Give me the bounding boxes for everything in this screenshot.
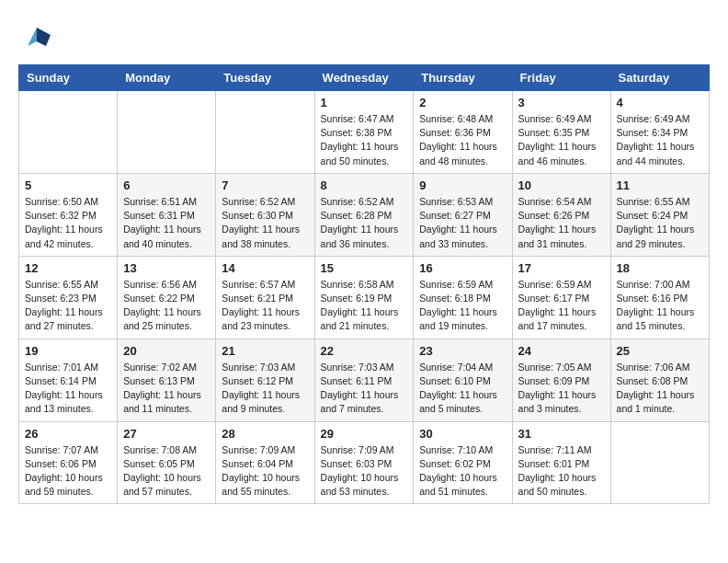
week-row-3: 12Sunrise: 6:55 AM Sunset: 6:23 PM Dayli…	[19, 256, 710, 339]
day-number: 7	[222, 178, 308, 192]
day-number: 21	[222, 344, 308, 358]
day-info: Sunrise: 6:55 AM Sunset: 6:23 PM Dayligh…	[25, 278, 111, 334]
day-info: Sunrise: 6:48 AM Sunset: 6:36 PM Dayligh…	[419, 112, 506, 168]
day-info: Sunrise: 7:09 AM Sunset: 6:03 PM Dayligh…	[321, 443, 408, 500]
calendar-cell: 4Sunrise: 6:49 AM Sunset: 6:34 PM Daylig…	[610, 91, 709, 174]
day-number: 30	[419, 427, 506, 441]
day-number: 22	[321, 344, 408, 358]
weekday-header-sunday: Sunday	[19, 65, 118, 91]
day-info: Sunrise: 6:47 AM Sunset: 6:38 PM Dayligh…	[321, 112, 408, 168]
svg-marker-1	[37, 28, 51, 46]
day-number: 11	[617, 178, 703, 192]
day-info: Sunrise: 7:11 AM Sunset: 6:01 PM Dayligh…	[518, 443, 605, 500]
day-number: 2	[419, 96, 506, 109]
day-number: 26	[25, 427, 111, 441]
day-number: 19	[25, 344, 111, 358]
day-info: Sunrise: 6:56 AM Sunset: 6:22 PM Dayligh…	[123, 278, 210, 334]
calendar-cell: 1Sunrise: 6:47 AM Sunset: 6:38 PM Daylig…	[314, 91, 414, 174]
day-info: Sunrise: 6:50 AM Sunset: 6:32 PM Dayligh…	[25, 195, 111, 251]
day-info: Sunrise: 7:05 AM Sunset: 6:09 PM Dayligh…	[518, 361, 605, 417]
day-info: Sunrise: 6:57 AM Sunset: 6:21 PM Dayligh…	[222, 278, 308, 334]
day-number: 20	[123, 344, 210, 358]
calendar-cell: 2Sunrise: 6:48 AM Sunset: 6:36 PM Daylig…	[414, 91, 512, 174]
calendar-cell: 9Sunrise: 6:53 AM Sunset: 6:27 PM Daylig…	[414, 173, 512, 256]
day-number: 12	[25, 261, 111, 275]
day-number: 29	[321, 427, 408, 441]
weekday-header-wednesday: Wednesday	[314, 65, 414, 91]
calendar-cell: 17Sunrise: 6:59 AM Sunset: 6:17 PM Dayli…	[512, 256, 610, 339]
weekday-header-monday: Monday	[118, 65, 216, 91]
day-number: 10	[518, 178, 605, 192]
day-number: 27	[123, 427, 210, 441]
day-info: Sunrise: 6:49 AM Sunset: 6:34 PM Dayligh…	[617, 112, 703, 168]
day-info: Sunrise: 7:09 AM Sunset: 6:04 PM Dayligh…	[222, 443, 308, 500]
week-row-1: 1Sunrise: 6:47 AM Sunset: 6:38 PM Daylig…	[19, 91, 710, 174]
day-info: Sunrise: 7:01 AM Sunset: 6:14 PM Dayligh…	[25, 361, 111, 417]
day-number: 4	[617, 96, 703, 109]
day-number: 15	[321, 261, 408, 275]
day-info: Sunrise: 6:49 AM Sunset: 6:35 PM Dayligh…	[518, 112, 605, 168]
day-info: Sunrise: 7:03 AM Sunset: 6:12 PM Dayligh…	[222, 361, 308, 417]
day-number: 18	[617, 261, 703, 275]
calendar-cell: 12Sunrise: 6:55 AM Sunset: 6:23 PM Dayli…	[19, 256, 118, 339]
calendar-cell: 10Sunrise: 6:54 AM Sunset: 6:26 PM Dayli…	[512, 173, 610, 256]
day-number: 13	[123, 261, 210, 275]
calendar-table: SundayMondayTuesdayWednesdayThursdayFrid…	[18, 64, 710, 504]
calendar-cell: 28Sunrise: 7:09 AM Sunset: 6:04 PM Dayli…	[216, 421, 314, 504]
day-info: Sunrise: 6:51 AM Sunset: 6:31 PM Dayligh…	[123, 195, 210, 251]
day-number: 14	[222, 261, 308, 275]
calendar-cell: 24Sunrise: 7:05 AM Sunset: 6:09 PM Dayli…	[512, 339, 610, 421]
day-info: Sunrise: 7:03 AM Sunset: 6:11 PM Dayligh…	[321, 361, 408, 417]
day-info: Sunrise: 6:52 AM Sunset: 6:28 PM Dayligh…	[321, 195, 408, 251]
day-number: 8	[321, 178, 408, 192]
day-info: Sunrise: 6:54 AM Sunset: 6:26 PM Dayligh…	[518, 195, 605, 251]
day-info: Sunrise: 7:02 AM Sunset: 6:13 PM Dayligh…	[123, 361, 210, 417]
day-info: Sunrise: 6:55 AM Sunset: 6:24 PM Dayligh…	[617, 195, 703, 251]
calendar-cell: 19Sunrise: 7:01 AM Sunset: 6:14 PM Dayli…	[19, 339, 118, 421]
day-info: Sunrise: 7:10 AM Sunset: 6:02 PM Dayligh…	[419, 443, 506, 500]
day-number: 9	[419, 178, 506, 192]
calendar-cell: 6Sunrise: 6:51 AM Sunset: 6:31 PM Daylig…	[118, 173, 216, 256]
day-info: Sunrise: 7:07 AM Sunset: 6:06 PM Dayligh…	[25, 443, 111, 500]
weekday-header-thursday: Thursday	[414, 65, 512, 91]
day-info: Sunrise: 7:06 AM Sunset: 6:08 PM Dayligh…	[617, 361, 703, 417]
day-info: Sunrise: 7:08 AM Sunset: 6:05 PM Dayligh…	[123, 443, 210, 500]
calendar-cell: 14Sunrise: 6:57 AM Sunset: 6:21 PM Dayli…	[216, 256, 314, 339]
weekday-header-friday: Friday	[512, 65, 610, 91]
calendar-cell	[19, 91, 118, 174]
calendar-cell: 11Sunrise: 6:55 AM Sunset: 6:24 PM Dayli…	[610, 173, 709, 256]
day-number: 5	[25, 178, 111, 192]
calendar-cell: 29Sunrise: 7:09 AM Sunset: 6:03 PM Dayli…	[314, 421, 414, 504]
day-info: Sunrise: 6:58 AM Sunset: 6:19 PM Dayligh…	[321, 278, 408, 334]
calendar-cell: 15Sunrise: 6:58 AM Sunset: 6:19 PM Dayli…	[314, 256, 414, 339]
day-number: 31	[518, 427, 605, 441]
day-number: 16	[419, 261, 506, 275]
day-number: 1	[321, 96, 408, 109]
calendar-cell: 30Sunrise: 7:10 AM Sunset: 6:02 PM Dayli…	[414, 421, 512, 504]
calendar-cell: 18Sunrise: 7:00 AM Sunset: 6:16 PM Dayli…	[610, 256, 709, 339]
calendar-cell: 8Sunrise: 6:52 AM Sunset: 6:28 PM Daylig…	[314, 173, 414, 256]
page-header	[18, 18, 710, 55]
calendar-cell	[118, 91, 216, 174]
calendar-cell: 21Sunrise: 7:03 AM Sunset: 6:12 PM Dayli…	[216, 339, 314, 421]
calendar-cell: 23Sunrise: 7:04 AM Sunset: 6:10 PM Dayli…	[414, 339, 512, 421]
day-info: Sunrise: 7:04 AM Sunset: 6:10 PM Dayligh…	[419, 361, 506, 417]
weekday-header-row: SundayMondayTuesdayWednesdayThursdayFrid…	[19, 65, 710, 91]
calendar-cell	[610, 421, 709, 504]
day-number: 3	[518, 96, 605, 109]
weekday-header-saturday: Saturday	[610, 65, 709, 91]
day-number: 25	[617, 344, 703, 358]
day-info: Sunrise: 6:59 AM Sunset: 6:18 PM Dayligh…	[419, 278, 506, 334]
calendar-cell: 31Sunrise: 7:11 AM Sunset: 6:01 PM Dayli…	[512, 421, 610, 504]
day-number: 24	[518, 344, 605, 358]
calendar-cell	[216, 91, 314, 174]
day-info: Sunrise: 6:52 AM Sunset: 6:30 PM Dayligh…	[222, 195, 308, 251]
calendar-cell: 27Sunrise: 7:08 AM Sunset: 6:05 PM Dayli…	[118, 421, 216, 504]
calendar-cell: 3Sunrise: 6:49 AM Sunset: 6:35 PM Daylig…	[512, 91, 610, 174]
day-number: 6	[123, 178, 210, 192]
day-number: 17	[518, 261, 605, 275]
calendar-cell: 13Sunrise: 6:56 AM Sunset: 6:22 PM Dayli…	[118, 256, 216, 339]
day-info: Sunrise: 6:59 AM Sunset: 6:17 PM Dayligh…	[518, 278, 605, 334]
calendar-cell: 7Sunrise: 6:52 AM Sunset: 6:30 PM Daylig…	[216, 173, 314, 256]
day-number: 23	[419, 344, 506, 358]
